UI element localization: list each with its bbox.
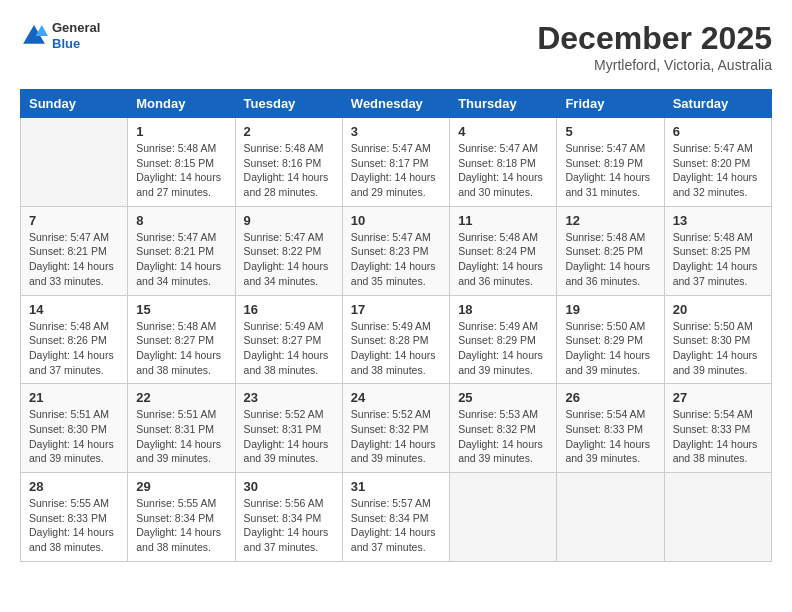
calendar-cell: [450, 473, 557, 562]
title-area: December 2025 Myrtleford, Victoria, Aust…: [537, 20, 772, 73]
day-info: Sunrise: 5:48 AM Sunset: 8:25 PM Dayligh…: [673, 230, 763, 289]
calendar-cell: [21, 118, 128, 207]
day-info: Sunrise: 5:55 AM Sunset: 8:33 PM Dayligh…: [29, 496, 119, 555]
calendar-cell: 20Sunrise: 5:50 AM Sunset: 8:30 PM Dayli…: [664, 295, 771, 384]
day-number: 17: [351, 302, 441, 317]
day-number: 2: [244, 124, 334, 139]
calendar-cell: 10Sunrise: 5:47 AM Sunset: 8:23 PM Dayli…: [342, 206, 449, 295]
calendar-table: SundayMondayTuesdayWednesdayThursdayFrid…: [20, 89, 772, 562]
calendar-cell: 15Sunrise: 5:48 AM Sunset: 8:27 PM Dayli…: [128, 295, 235, 384]
week-row-4: 21Sunrise: 5:51 AM Sunset: 8:30 PM Dayli…: [21, 384, 772, 473]
location: Myrtleford, Victoria, Australia: [537, 57, 772, 73]
calendar-cell: 26Sunrise: 5:54 AM Sunset: 8:33 PM Dayli…: [557, 384, 664, 473]
weekday-header-thursday: Thursday: [450, 90, 557, 118]
weekday-header-row: SundayMondayTuesdayWednesdayThursdayFrid…: [21, 90, 772, 118]
day-number: 10: [351, 213, 441, 228]
day-info: Sunrise: 5:47 AM Sunset: 8:19 PM Dayligh…: [565, 141, 655, 200]
day-number: 22: [136, 390, 226, 405]
day-info: Sunrise: 5:49 AM Sunset: 8:28 PM Dayligh…: [351, 319, 441, 378]
day-info: Sunrise: 5:50 AM Sunset: 8:30 PM Dayligh…: [673, 319, 763, 378]
calendar-cell: 9Sunrise: 5:47 AM Sunset: 8:22 PM Daylig…: [235, 206, 342, 295]
day-info: Sunrise: 5:54 AM Sunset: 8:33 PM Dayligh…: [673, 407, 763, 466]
calendar-cell: 29Sunrise: 5:55 AM Sunset: 8:34 PM Dayli…: [128, 473, 235, 562]
day-number: 14: [29, 302, 119, 317]
week-row-5: 28Sunrise: 5:55 AM Sunset: 8:33 PM Dayli…: [21, 473, 772, 562]
day-number: 29: [136, 479, 226, 494]
calendar-cell: 7Sunrise: 5:47 AM Sunset: 8:21 PM Daylig…: [21, 206, 128, 295]
weekday-header-wednesday: Wednesday: [342, 90, 449, 118]
calendar-cell: 31Sunrise: 5:57 AM Sunset: 8:34 PM Dayli…: [342, 473, 449, 562]
day-number: 27: [673, 390, 763, 405]
month-title: December 2025: [537, 20, 772, 57]
calendar-cell: 1Sunrise: 5:48 AM Sunset: 8:15 PM Daylig…: [128, 118, 235, 207]
calendar-cell: 8Sunrise: 5:47 AM Sunset: 8:21 PM Daylig…: [128, 206, 235, 295]
weekday-header-tuesday: Tuesday: [235, 90, 342, 118]
calendar-cell: 6Sunrise: 5:47 AM Sunset: 8:20 PM Daylig…: [664, 118, 771, 207]
weekday-header-sunday: Sunday: [21, 90, 128, 118]
calendar-cell: [557, 473, 664, 562]
day-number: 5: [565, 124, 655, 139]
day-number: 8: [136, 213, 226, 228]
day-number: 4: [458, 124, 548, 139]
day-number: 21: [29, 390, 119, 405]
calendar-cell: [664, 473, 771, 562]
week-row-2: 7Sunrise: 5:47 AM Sunset: 8:21 PM Daylig…: [21, 206, 772, 295]
calendar-cell: 12Sunrise: 5:48 AM Sunset: 8:25 PM Dayli…: [557, 206, 664, 295]
calendar-cell: 19Sunrise: 5:50 AM Sunset: 8:29 PM Dayli…: [557, 295, 664, 384]
svg-marker-1: [36, 25, 48, 36]
day-info: Sunrise: 5:49 AM Sunset: 8:27 PM Dayligh…: [244, 319, 334, 378]
day-info: Sunrise: 5:48 AM Sunset: 8:15 PM Dayligh…: [136, 141, 226, 200]
day-info: Sunrise: 5:48 AM Sunset: 8:26 PM Dayligh…: [29, 319, 119, 378]
calendar-cell: 4Sunrise: 5:47 AM Sunset: 8:18 PM Daylig…: [450, 118, 557, 207]
day-number: 18: [458, 302, 548, 317]
day-number: 15: [136, 302, 226, 317]
day-number: 1: [136, 124, 226, 139]
day-number: 20: [673, 302, 763, 317]
day-info: Sunrise: 5:47 AM Sunset: 8:18 PM Dayligh…: [458, 141, 548, 200]
day-info: Sunrise: 5:47 AM Sunset: 8:22 PM Dayligh…: [244, 230, 334, 289]
weekday-header-saturday: Saturday: [664, 90, 771, 118]
day-number: 23: [244, 390, 334, 405]
day-number: 6: [673, 124, 763, 139]
day-info: Sunrise: 5:54 AM Sunset: 8:33 PM Dayligh…: [565, 407, 655, 466]
day-number: 3: [351, 124, 441, 139]
day-info: Sunrise: 5:51 AM Sunset: 8:31 PM Dayligh…: [136, 407, 226, 466]
day-info: Sunrise: 5:47 AM Sunset: 8:17 PM Dayligh…: [351, 141, 441, 200]
calendar-cell: 28Sunrise: 5:55 AM Sunset: 8:33 PM Dayli…: [21, 473, 128, 562]
day-number: 11: [458, 213, 548, 228]
day-info: Sunrise: 5:48 AM Sunset: 8:25 PM Dayligh…: [565, 230, 655, 289]
day-number: 19: [565, 302, 655, 317]
day-number: 31: [351, 479, 441, 494]
calendar-cell: 11Sunrise: 5:48 AM Sunset: 8:24 PM Dayli…: [450, 206, 557, 295]
calendar-cell: 2Sunrise: 5:48 AM Sunset: 8:16 PM Daylig…: [235, 118, 342, 207]
day-info: Sunrise: 5:49 AM Sunset: 8:29 PM Dayligh…: [458, 319, 548, 378]
day-number: 9: [244, 213, 334, 228]
day-number: 7: [29, 213, 119, 228]
day-number: 25: [458, 390, 548, 405]
calendar-cell: 14Sunrise: 5:48 AM Sunset: 8:26 PM Dayli…: [21, 295, 128, 384]
calendar-cell: 27Sunrise: 5:54 AM Sunset: 8:33 PM Dayli…: [664, 384, 771, 473]
week-row-3: 14Sunrise: 5:48 AM Sunset: 8:26 PM Dayli…: [21, 295, 772, 384]
calendar-cell: 13Sunrise: 5:48 AM Sunset: 8:25 PM Dayli…: [664, 206, 771, 295]
calendar-cell: 17Sunrise: 5:49 AM Sunset: 8:28 PM Dayli…: [342, 295, 449, 384]
calendar-cell: 30Sunrise: 5:56 AM Sunset: 8:34 PM Dayli…: [235, 473, 342, 562]
day-info: Sunrise: 5:47 AM Sunset: 8:23 PM Dayligh…: [351, 230, 441, 289]
calendar-cell: 16Sunrise: 5:49 AM Sunset: 8:27 PM Dayli…: [235, 295, 342, 384]
day-info: Sunrise: 5:47 AM Sunset: 8:21 PM Dayligh…: [29, 230, 119, 289]
page-header: General Blue December 2025 Myrtleford, V…: [20, 20, 772, 73]
weekday-header-friday: Friday: [557, 90, 664, 118]
calendar-cell: 5Sunrise: 5:47 AM Sunset: 8:19 PM Daylig…: [557, 118, 664, 207]
day-info: Sunrise: 5:48 AM Sunset: 8:27 PM Dayligh…: [136, 319, 226, 378]
day-info: Sunrise: 5:48 AM Sunset: 8:16 PM Dayligh…: [244, 141, 334, 200]
calendar-cell: 18Sunrise: 5:49 AM Sunset: 8:29 PM Dayli…: [450, 295, 557, 384]
day-info: Sunrise: 5:52 AM Sunset: 8:31 PM Dayligh…: [244, 407, 334, 466]
day-info: Sunrise: 5:50 AM Sunset: 8:29 PM Dayligh…: [565, 319, 655, 378]
day-info: Sunrise: 5:48 AM Sunset: 8:24 PM Dayligh…: [458, 230, 548, 289]
day-info: Sunrise: 5:47 AM Sunset: 8:21 PM Dayligh…: [136, 230, 226, 289]
day-info: Sunrise: 5:56 AM Sunset: 8:34 PM Dayligh…: [244, 496, 334, 555]
logo-text: General Blue: [52, 20, 100, 51]
calendar-cell: 23Sunrise: 5:52 AM Sunset: 8:31 PM Dayli…: [235, 384, 342, 473]
day-number: 30: [244, 479, 334, 494]
day-info: Sunrise: 5:47 AM Sunset: 8:20 PM Dayligh…: [673, 141, 763, 200]
day-info: Sunrise: 5:52 AM Sunset: 8:32 PM Dayligh…: [351, 407, 441, 466]
